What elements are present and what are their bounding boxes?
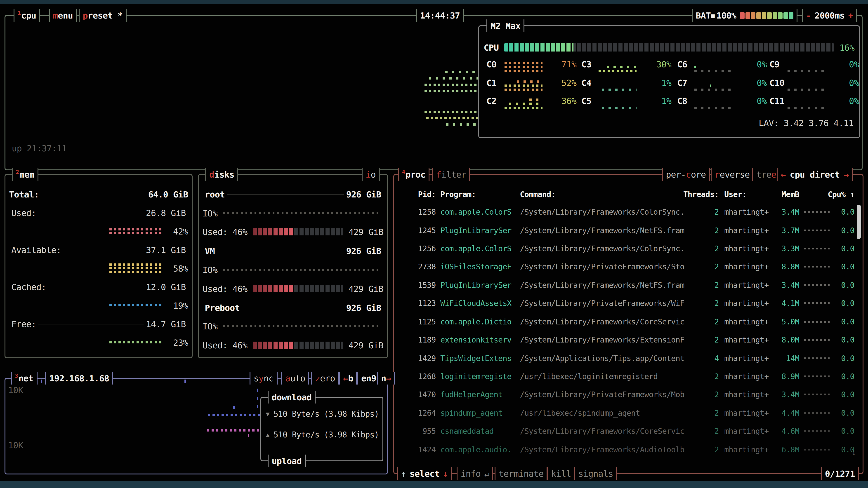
tab-disks[interactable]: disks bbox=[205, 168, 238, 181]
reverse-toggle[interactable]: reverse bbox=[711, 168, 754, 181]
battery-block bbox=[767, 12, 772, 19]
column-memb[interactable]: MemB bbox=[779, 190, 799, 199]
sort-prev-arrow-icon[interactable]: ← bbox=[781, 169, 786, 180]
column-program[interactable]: Program: bbox=[440, 190, 518, 199]
prev-iface-arrow-icon: ← bbox=[343, 373, 348, 383]
percore-pre: per- bbox=[666, 169, 686, 180]
disk-name: root bbox=[203, 189, 227, 199]
mem-stat-value: 14.7 GiB bbox=[144, 319, 188, 329]
filter-button[interactable]: filter bbox=[432, 168, 470, 181]
process-row[interactable]: 2738iOSFilesStorageE/System/Library/Priv… bbox=[398, 258, 859, 276]
clock-time: 14:44:37 bbox=[420, 10, 460, 20]
kill-button[interactable]: kill bbox=[547, 467, 575, 480]
process-row[interactable]: 1258com.apple.ColorS/System/Library/Fram… bbox=[398, 203, 859, 221]
clock: 14:44:37 bbox=[416, 9, 464, 22]
io-toggle[interactable]: io bbox=[362, 168, 380, 181]
tab-net[interactable]: 3 net bbox=[11, 372, 37, 385]
process-command: /System/Library/Frameworks/AudioToolb bbox=[520, 445, 689, 454]
process-row[interactable]: 1539PlugInLibrarySer/System/Library/Fram… bbox=[398, 276, 859, 294]
column-cpu[interactable]: Cpu% ↑ bbox=[799, 190, 855, 199]
disks-hotkey: d bbox=[209, 169, 214, 180]
cpu-total-percent: 16% bbox=[839, 42, 855, 53]
process-command: /System/Library/Frameworks/CoreServic bbox=[520, 317, 689, 326]
process-row[interactable]: 1429TipsWidgetExtens/System/Applications… bbox=[398, 349, 859, 367]
disk-size: 926 GiB bbox=[344, 189, 383, 199]
process-row[interactable]: 1424com.apple.audio./System/Library/Fram… bbox=[398, 440, 859, 459]
process-row[interactable]: 1123WiFiCloudAssetsX/System/Library/Priv… bbox=[398, 294, 859, 313]
mem-stat-percent: 23% bbox=[168, 337, 188, 347]
select-down-icon[interactable]: ↓ bbox=[443, 468, 448, 479]
mem-stat-row: Free:14.7 GiB bbox=[9, 315, 188, 333]
tree-pre: tre bbox=[756, 169, 771, 180]
cpu-box: 1 cpu menu preset * 14:44:37 BAT■ 100% -… bbox=[4, 15, 863, 170]
disk-name-row: Preboot926 GiB bbox=[203, 298, 383, 317]
net-prev-iface-button[interactable]: ←b bbox=[339, 372, 357, 385]
interval-increase-button[interactable]: + bbox=[848, 10, 853, 20]
mem-stat-label: Free: bbox=[9, 319, 38, 329]
net-next-iface-button[interactable]: n→ bbox=[377, 372, 395, 385]
process-cpu: 0.0 bbox=[830, 354, 855, 363]
preset-button[interactable]: preset * bbox=[79, 9, 127, 22]
sort-next-arrow-icon[interactable]: → bbox=[844, 169, 849, 180]
process-mem-graph bbox=[804, 430, 830, 432]
column-threads[interactable]: Threads: bbox=[655, 190, 719, 199]
preset-hotkey: p bbox=[83, 10, 88, 20]
process-row[interactable]: 1189extensionkitserv/System/Library/Fram… bbox=[398, 331, 859, 349]
zero-hotkey: z bbox=[315, 373, 320, 383]
select-control[interactable]: ↑ select ↓ bbox=[397, 467, 452, 480]
process-row[interactable]: 1470fudHelperAgent/System/Library/Privat… bbox=[398, 385, 859, 404]
process-user: mhartingt+ bbox=[724, 335, 779, 344]
process-command: /System/Library/Frameworks/CoreServic bbox=[520, 427, 689, 436]
info-button[interactable]: info ↵ bbox=[457, 467, 493, 480]
disk-io-graph bbox=[223, 212, 378, 214]
process-row[interactable]: 1268loginitemregiste/usr/libexec/loginit… bbox=[398, 367, 859, 386]
proc-scrollbar-thumb[interactable] bbox=[857, 205, 861, 239]
info-label: info bbox=[461, 468, 480, 479]
process-row[interactable]: 955csnameddatad/System/Library/Framework… bbox=[398, 422, 859, 440]
terminate-button[interactable]: terminate bbox=[495, 467, 548, 480]
net-sync-button[interactable]: sync bbox=[250, 372, 278, 385]
process-user: mhartingt+ bbox=[724, 207, 779, 217]
mem-stat-label: Cached: bbox=[9, 282, 49, 292]
column-pid[interactable]: Pid: bbox=[398, 190, 436, 199]
upload-arrow-icon: ▲ bbox=[266, 431, 270, 438]
process-mem-graph bbox=[804, 321, 830, 322]
mem-box-label: mem bbox=[20, 169, 34, 180]
net-auto-button[interactable]: auto bbox=[281, 372, 309, 385]
tab-cpu[interactable]: 1 cpu bbox=[13, 9, 40, 22]
process-user: mhartingt+ bbox=[724, 244, 779, 253]
mem-stat-meter-row: 19% bbox=[9, 296, 188, 315]
select-up-icon[interactable]: ↑ bbox=[401, 468, 406, 479]
process-row[interactable]: 1245PlugInLibrarySer/System/Library/Fram… bbox=[398, 221, 859, 239]
sort-mode-label: cpu direct bbox=[790, 169, 840, 180]
process-row[interactable]: 1125com.apple.Dictio/System/Library/Fram… bbox=[398, 313, 859, 331]
per-core-toggle[interactable]: per-core bbox=[662, 168, 710, 181]
process-program: iOSFilesStorageE bbox=[440, 262, 518, 271]
core-usage-graph bbox=[787, 95, 826, 109]
process-row[interactable]: 1256com.apple.ColorS/System/Library/Fram… bbox=[398, 239, 859, 258]
process-threads: 2 bbox=[689, 445, 719, 454]
disks-box: disks io root926 GiBIO%Used: 46%429 GiBV… bbox=[198, 174, 388, 358]
process-row[interactable]: 1264spindump_agent/usr/libexec/spindump_… bbox=[398, 404, 859, 422]
signals-button[interactable]: signals bbox=[574, 467, 617, 480]
process-threads: 2 bbox=[689, 226, 719, 235]
mem-total-label: Total: bbox=[9, 189, 39, 199]
process-threads: 2 bbox=[689, 372, 719, 381]
disk-used-value: 429 GiB bbox=[348, 284, 383, 294]
interval-decrease-button[interactable]: - bbox=[806, 10, 811, 20]
process-user: mhartingt+ bbox=[724, 281, 779, 290]
process-mem-graph bbox=[804, 229, 830, 231]
disk-used-label: Used: 46% bbox=[203, 340, 248, 350]
disks-box-label: isks bbox=[214, 169, 234, 180]
tree-toggle[interactable]: tree bbox=[752, 168, 780, 181]
column-user[interactable]: User: bbox=[724, 190, 779, 199]
tab-proc[interactable]: 4 proc bbox=[398, 168, 430, 181]
percore-post: ore bbox=[691, 169, 706, 180]
tab-mem[interactable]: 2 mem bbox=[12, 168, 38, 181]
battery-block bbox=[762, 12, 766, 19]
menu-button[interactable]: menu bbox=[49, 9, 77, 22]
net-zero-button[interactable]: zero bbox=[311, 372, 339, 385]
core-label: C10 bbox=[770, 78, 784, 88]
column-command[interactable]: Command: bbox=[520, 190, 655, 199]
process-user: mhartingt+ bbox=[724, 409, 779, 418]
